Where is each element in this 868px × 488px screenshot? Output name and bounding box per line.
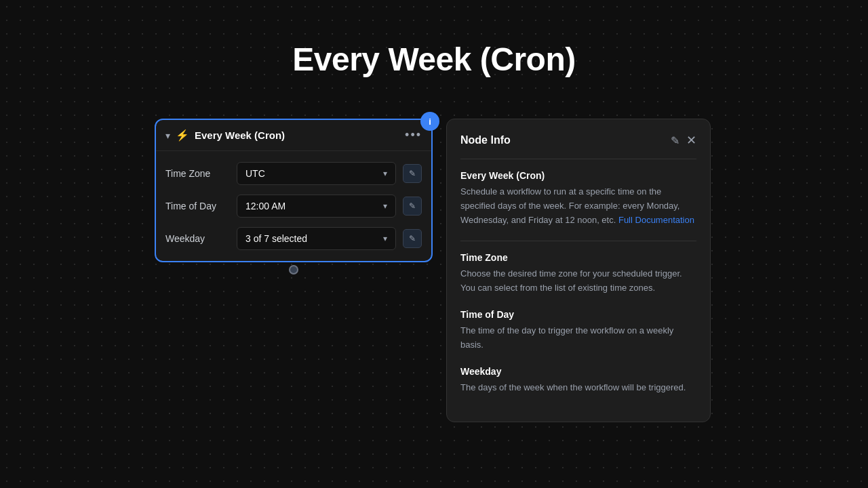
node-card-title: Every Week (Cron) — [195, 129, 285, 141]
info-section-cron-title: Every Week (Cron) — [460, 170, 696, 181]
node-header: ▾ ⚡ Every Week (Cron) ••• — [156, 120, 431, 151]
timezone-row: Time Zone UTC ▾ ✎ — [165, 162, 422, 185]
panel-edit-button[interactable]: ✎ — [671, 134, 679, 147]
info-section-weekday-text: The days of the week when the workflow w… — [460, 381, 696, 395]
timeofday-edit-button[interactable]: ✎ — [403, 197, 422, 216]
weekday-value: 3 of 7 selected — [245, 233, 307, 244]
timezone-label: Time Zone — [165, 168, 230, 179]
timeofday-select-chevron: ▾ — [383, 201, 387, 211]
timeofday-select[interactable]: 12:00 AM ▾ — [237, 195, 396, 218]
info-section-weekday: Weekday The days of the week when the wo… — [460, 366, 696, 395]
info-section-timeofday-text: The time of the day to trigger the workf… — [460, 324, 696, 352]
full-documentation-link[interactable]: Full Documentation — [618, 215, 694, 225]
info-section-cron: Every Week (Cron) Schedule a workflow to… — [460, 170, 696, 227]
node-card: i ▾ ⚡ Every Week (Cron) ••• Time Zone UT… — [155, 119, 433, 262]
page-title: Every Week (Cron) — [0, 41, 868, 78]
weekday-edit-button[interactable]: ✎ — [403, 229, 422, 248]
info-section-timezone-title: Time Zone — [460, 252, 696, 263]
weekday-label: Weekday — [165, 233, 230, 244]
weekday-select-chevron: ▾ — [383, 234, 387, 243]
panel-header: Node Info ✎ ✕ — [460, 133, 696, 148]
timeofday-value: 12:00 AM — [245, 201, 285, 211]
node-info-panel: Node Info ✎ ✕ Every Week (Cron) Schedule… — [446, 119, 711, 422]
bolt-icon: ⚡ — [176, 129, 189, 142]
node-body: Time Zone UTC ▾ ✎ Time of Day 12:00 AM ▾… — [156, 151, 431, 261]
info-section-timeofday-title: Time of Day — [460, 309, 696, 320]
timezone-select-chevron: ▾ — [383, 169, 387, 178]
timeofday-edit-icon: ✎ — [409, 201, 416, 211]
timezone-edit-button[interactable]: ✎ — [403, 164, 422, 183]
info-button[interactable]: i — [420, 112, 439, 131]
weekday-edit-icon: ✎ — [409, 234, 416, 243]
panel-close-button[interactable]: ✕ — [686, 133, 696, 148]
more-options-icon[interactable]: ••• — [405, 128, 422, 142]
timezone-edit-icon: ✎ — [409, 169, 416, 178]
info-section-cron-text: Schedule a workflow to run at a specific… — [460, 185, 696, 227]
timeofday-row: Time of Day 12:00 AM ▾ ✎ — [165, 195, 422, 218]
info-section-timezone-text: Choose the desired time zone for your sc… — [460, 267, 696, 296]
weekday-select[interactable]: 3 of 7 selected ▾ — [237, 227, 396, 250]
node-header-left: ▾ ⚡ Every Week (Cron) — [165, 129, 399, 142]
info-section-timeofday: Time of Day The time of the day to trigg… — [460, 309, 696, 352]
info-section-timezone: Time Zone Choose the desired time zone f… — [460, 252, 696, 296]
timezone-select[interactable]: UTC ▾ — [237, 162, 396, 185]
connection-dot — [289, 265, 298, 274]
panel-title: Node Info — [460, 134, 511, 146]
timeofday-label: Time of Day — [165, 201, 230, 211]
collapse-icon[interactable]: ▾ — [165, 130, 170, 141]
panel-divider-2 — [460, 241, 696, 241]
timezone-value: UTC — [245, 168, 265, 179]
panel-divider — [460, 159, 696, 159]
weekday-row: Weekday 3 of 7 selected ▾ ✎ — [165, 227, 422, 250]
panel-actions: ✎ ✕ — [671, 133, 696, 148]
info-section-weekday-title: Weekday — [460, 366, 696, 377]
